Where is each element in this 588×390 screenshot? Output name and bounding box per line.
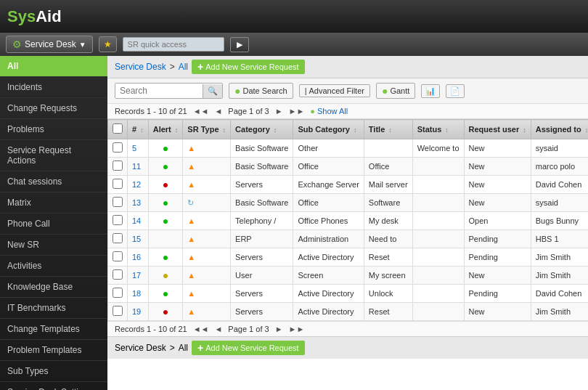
row-id[interactable]: 5: [128, 139, 149, 158]
row-status: [412, 230, 464, 248]
breadcrumb-separator1: >: [170, 62, 175, 72]
breadcrumb-bottom-service-desk[interactable]: Service Desk: [115, 343, 166, 353]
sidebar-item-problems[interactable]: Problems: [0, 119, 107, 140]
sidebar-item-phone-call[interactable]: Phone Call: [0, 214, 107, 235]
col-id[interactable]: # ↕: [128, 120, 149, 139]
gantt-button[interactable]: ● Gantt: [376, 83, 415, 99]
row-id[interactable]: 17: [128, 267, 149, 285]
sidebar-item-it-benchmarks[interactable]: IT Benchmarks: [0, 298, 107, 319]
alert-triangle-icon: ▲: [187, 216, 195, 225]
show-all-label: Show All: [317, 107, 348, 115]
col-sub-category[interactable]: Sub Category ↕: [293, 120, 364, 139]
row-sub-category: Exchange Server: [293, 176, 364, 194]
col-request-user[interactable]: Request user ↕: [464, 120, 531, 139]
sidebar-item-all[interactable]: All: [0, 56, 107, 77]
row-category: User: [231, 267, 293, 285]
first-page-btn[interactable]: ◄◄: [193, 107, 209, 115]
row-checkbox[interactable]: [113, 269, 123, 280]
sidebar-item-new-sr[interactable]: New SR: [0, 235, 107, 256]
table-row: 14●▲Telephony /Office PhonesMy deskOpenB…: [108, 212, 589, 230]
date-search-button[interactable]: ● Date Search: [229, 83, 293, 99]
row-title: Office: [364, 158, 412, 176]
select-all-checkbox[interactable]: [113, 123, 123, 134]
breadcrumb-all[interactable]: All: [179, 62, 188, 72]
alert-triangle-icon: ▲: [187, 180, 195, 189]
sidebar: AllIncidentsChange RequestsProblemsServi…: [0, 56, 107, 390]
row-checkbox[interactable]: [113, 179, 123, 189]
row-category: Servers: [231, 248, 293, 267]
row-id[interactable]: 19: [128, 303, 149, 321]
bottom-last-page-btn[interactable]: ►►: [289, 325, 305, 333]
row-checkbox[interactable]: [113, 233, 123, 243]
search-input[interactable]: [115, 84, 203, 98]
sidebar-item-service-desk-settings[interactable]: Service Desk Settings: [0, 382, 107, 390]
alert-triangle-icon: ▲: [187, 307, 195, 316]
sidebar-item-service-request-actions[interactable]: Service Request Actions: [0, 140, 107, 171]
row-sr-type: ▲: [183, 230, 231, 248]
alert-spin-icon: ↻: [187, 198, 194, 207]
breadcrumb-service-desk[interactable]: Service Desk: [115, 62, 166, 72]
row-id[interactable]: 16: [128, 248, 149, 267]
row-checkbox[interactable]: [113, 215, 123, 225]
records-info: Records 1 - 10 of 21: [115, 107, 187, 115]
col-assigned-to[interactable]: Assigned to ↕: [531, 120, 588, 139]
row-id[interactable]: 18: [128, 285, 149, 303]
row-category: Basic Software: [231, 158, 293, 176]
row-checkbox[interactable]: [113, 142, 123, 153]
row-checkbox[interactable]: [113, 161, 123, 171]
row-title: Unlock: [364, 285, 412, 303]
row-sr-type: ↻: [183, 194, 231, 212]
row-category: ERP: [231, 230, 293, 248]
table-row: 5●▲Basic SoftwareOtherWelcome toNewsysai…: [108, 139, 589, 158]
next-page-btn[interactable]: ►: [275, 107, 283, 115]
advanced-filter-button[interactable]: | Advanced Filter: [299, 84, 370, 97]
alert-dot-icon: ●: [163, 306, 168, 317]
prev-page-btn[interactable]: ◄: [214, 107, 222, 115]
sidebar-item-problem-templates[interactable]: Problem Templates: [0, 340, 107, 361]
date-search-label: Date Search: [242, 86, 287, 95]
row-id[interactable]: 12: [128, 176, 149, 194]
col-status[interactable]: Status ↕: [412, 120, 464, 139]
row-title: My screen: [364, 267, 412, 285]
row-alert: ●: [148, 303, 183, 321]
col-alert[interactable]: Alert ↕: [148, 120, 183, 139]
export-pdf-button[interactable]: 📄: [446, 84, 465, 98]
alert-dot-icon: ●: [163, 269, 168, 281]
row-checkbox[interactable]: [113, 197, 123, 207]
add-new-sr-button[interactable]: + Add New Service Request: [192, 60, 305, 74]
row-id[interactable]: 13: [128, 194, 149, 212]
sidebar-item-chat-sessions[interactable]: Chat sessions: [0, 171, 107, 192]
table-row: 16●▲ServersActive DirectoryResetPendingJ…: [108, 248, 589, 267]
row-checkbox[interactable]: [113, 288, 123, 298]
sidebar-item-activities[interactable]: Activities: [0, 256, 107, 277]
row-checkbox[interactable]: [113, 251, 123, 261]
show-all-button[interactable]: ● Show All: [310, 107, 348, 115]
favorites-button[interactable]: ★: [99, 36, 117, 52]
row-sr-type: ▲: [183, 212, 231, 230]
bottom-first-page-btn[interactable]: ◄◄: [193, 325, 209, 333]
sidebar-item-change-requests[interactable]: Change Requests: [0, 98, 107, 119]
add-new-sr-bottom-button[interactable]: + Add New Service Request: [192, 341, 305, 355]
row-id[interactable]: 14: [128, 212, 149, 230]
sidebar-item-change-templates[interactable]: Change Templates: [0, 319, 107, 340]
row-checkbox[interactable]: [113, 306, 123, 316]
sidebar-item-incidents[interactable]: Incidents: [0, 77, 107, 98]
col-sr-type[interactable]: SR Type ↕: [183, 120, 231, 139]
breadcrumb-bottom-all[interactable]: All: [179, 343, 188, 353]
row-id[interactable]: 15: [128, 230, 149, 248]
sidebar-item-knowledge-base[interactable]: Knowledge Base: [0, 277, 107, 298]
col-title[interactable]: Title ↕: [364, 120, 412, 139]
quick-access-input[interactable]: [123, 37, 224, 52]
search-button[interactable]: 🔍: [203, 84, 222, 98]
export-excel-button[interactable]: 📊: [421, 84, 440, 98]
service-desk-button[interactable]: ⚙ Service Desk ▼: [6, 36, 93, 53]
col-category[interactable]: Category ↕: [231, 120, 293, 139]
go-button[interactable]: ▶: [230, 37, 249, 52]
last-page-btn[interactable]: ►►: [289, 107, 305, 115]
row-id[interactable]: 11: [128, 158, 149, 176]
row-sub-category: Office Phones: [293, 212, 364, 230]
bottom-next-page-btn[interactable]: ►: [275, 325, 283, 333]
bottom-prev-page-btn[interactable]: ◄: [214, 325, 222, 333]
sidebar-item-matrix[interactable]: Matrix: [0, 192, 107, 214]
sidebar-item-sub-types[interactable]: Sub Types: [0, 361, 107, 382]
